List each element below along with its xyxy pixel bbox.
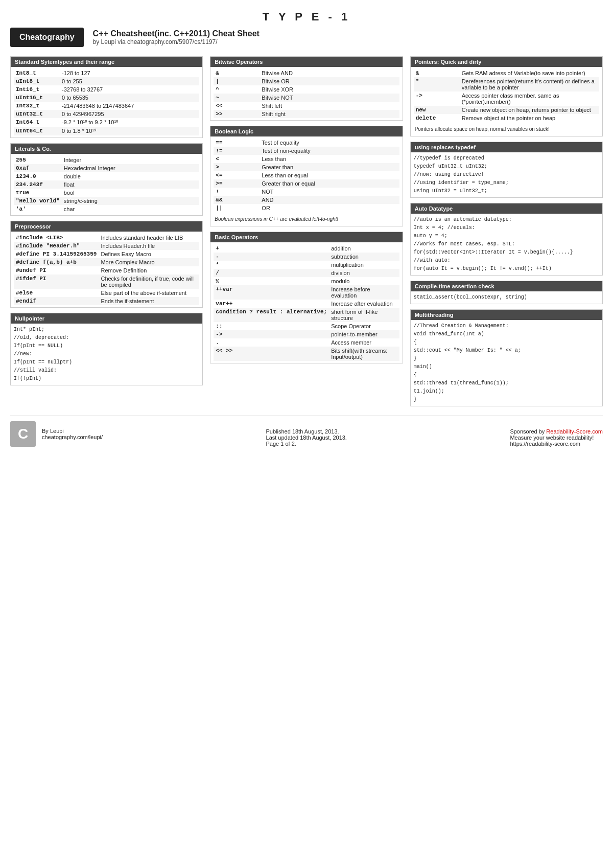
footer-updated: Last updated 18th August, 2013.: [266, 435, 347, 441]
table-cell-value: modulo: [329, 277, 399, 285]
table-cell-value: Bitwise NOT: [260, 94, 399, 102]
table-cell-key: Int32_t: [14, 102, 60, 110]
section-boolean-header: Boolean Logic: [210, 126, 402, 136]
table-cell-key: #endif: [14, 297, 99, 305]
table-cell-value: Access member: [329, 338, 399, 347]
table-cell-key: <<: [214, 102, 260, 110]
footer-mid: Published 18th August, 2013. Last update…: [266, 428, 347, 447]
table-cell-value: 0 to 65535: [60, 94, 199, 102]
table-cell-key: |: [214, 77, 260, 85]
section-boolean: Boolean Logic ==Test of equality!=Test o…: [210, 126, 403, 226]
footer-left: C By Leupi cheatography.com/leupi/: [10, 421, 103, 447]
section-bitwise-body: &Bitwise AND|Bitwise OR^Bitwise XOR~Bitw…: [210, 67, 402, 120]
section-pointers-header: Pointers: Quick and dirty: [411, 57, 602, 67]
table-cell-value: AND: [260, 196, 399, 204]
table-cell-key: 255: [14, 156, 62, 164]
table-cell-key: %: [214, 277, 329, 285]
table-cell-key: condition ? result : alternative;: [214, 308, 329, 322]
table-cell-value: Bits shift(with streams: Input/output): [329, 347, 399, 361]
section-auto-datatype-header: Auto Datatype: [411, 203, 602, 214]
section-nullpointer-body: Int* pInt; //old, deprecated: If(pInt ==…: [11, 324, 202, 385]
boolean-table: ==Test of equality!=Test of non-equality…: [214, 139, 399, 212]
table-cell-key: &: [214, 69, 260, 77]
section-basic-operators: Basic Operators +addition-subtraction*mu…: [210, 232, 403, 363]
table-cell-key: 'a': [14, 205, 62, 213]
pointers-table: &Gets RAM adress of Variable(to save int…: [414, 69, 599, 122]
table-cell-key: -: [214, 253, 329, 261]
table-cell-value: Bitwise OR: [260, 77, 399, 85]
table-cell-key: uInt32_t: [14, 110, 60, 118]
table-cell-value: Hexadecimal Integer: [62, 164, 200, 172]
section-compile-assertion-header: Compile-time assertion check: [411, 281, 602, 291]
section-multithreading: Multithreading //Thread Creation & Manag…: [410, 309, 603, 406]
table-cell-value: Gets RAM adress of Variable(to save into…: [460, 69, 599, 77]
table-cell-value: short form of If-like structure: [329, 308, 399, 322]
table-cell-key: ~: [214, 94, 260, 102]
table-cell-key: #define f(a,b) a+b: [14, 258, 99, 266]
main-columns: Standard Sytemtypes and their range Int8…: [10, 56, 603, 406]
table-cell-value: Dereferences pointer(returns it's conten…: [460, 77, 599, 92]
table-cell-key: ->: [214, 330, 329, 338]
section-using-typedef-body: //typedef is deprecated typedef uInt32_t…: [411, 152, 602, 197]
footer-c-icon: C: [10, 421, 36, 447]
table-cell-value: addition: [329, 244, 399, 253]
section-preprocessor-body: #include <LIB>Includes standard header f…: [11, 232, 202, 307]
table-cell-key: Int8_t: [14, 69, 60, 77]
table-cell-value: Remove object at the pointer on heap: [460, 114, 599, 122]
section-basic-operators-header: Basic Operators: [210, 232, 402, 242]
table-cell-value: 0 to 255: [60, 77, 199, 85]
table-cell-key: <: [214, 155, 260, 163]
pointers-note: Pointers allocate space on heap, normal …: [414, 124, 599, 134]
table-cell-key: ||: [214, 204, 260, 212]
section-pointers: Pointers: Quick and dirty &Gets RAM adre…: [410, 56, 603, 136]
table-cell-value: Bitwise XOR: [260, 85, 399, 94]
sheet-by: by Leupi via cheatography.com/5907/cs/11…: [93, 38, 260, 45]
table-cell-value: 0 to 4294967295: [60, 110, 199, 118]
table-cell-value: Shift right: [260, 110, 399, 118]
section-auto-datatype-body: //auto is an automatic datatype: Int x =…: [411, 214, 602, 275]
footer-sponsor-url: https://readability-score.com: [510, 441, 603, 447]
sheet-title: C++ Cheatsheet(inc. C++2011) Cheat Sheet: [93, 29, 260, 38]
table-cell-key: &&: [214, 196, 260, 204]
section-literals-body: 255Integer0xafHexadecimal Integer1234.0d…: [11, 154, 202, 215]
logo: Cheatography: [10, 28, 84, 47]
footer-sponsor-link[interactable]: Readability-Score.com: [546, 428, 603, 435]
table-cell-value: double: [62, 172, 200, 180]
section-auto-datatype: Auto Datatype //auto is an automatic dat…: [410, 203, 603, 276]
preprocessor-table: #include <LIB>Includes standard header f…: [14, 234, 199, 305]
footer-sponsor: Sponsored by Readability-Score.com: [510, 428, 603, 435]
table-cell-key: uInt8_t: [14, 77, 60, 85]
table-cell-key: !=: [214, 147, 260, 155]
section-bitwise-header: Bitwise Operators: [210, 57, 402, 67]
table-cell-value: Scope Operator: [329, 322, 399, 330]
section-basic-operators-body: +addition-subtraction*multiplication/div…: [210, 242, 402, 363]
table-cell-value: float: [62, 180, 200, 189]
table-cell-key: ^: [214, 85, 260, 94]
bitwise-table: &Bitwise AND|Bitwise OR^Bitwise XOR~Bitw…: [214, 69, 399, 118]
column-2: Bitwise Operators &Bitwise AND|Bitwise O…: [210, 56, 403, 363]
table-cell-value: Test of non-equality: [260, 147, 399, 155]
table-cell-key: *: [414, 77, 460, 92]
table-cell-value: 0 to 1.8 * 10¹⁹: [60, 127, 199, 135]
table-cell-value: Bitwise AND: [260, 69, 399, 77]
section-boolean-body: ==Test of equality!=Test of non-equality…: [210, 136, 402, 226]
table-cell-key: >>: [214, 110, 260, 118]
table-cell-key: Int64_t: [14, 118, 60, 127]
section-literals-header: Literals & Co.: [11, 144, 202, 154]
table-cell-key: +: [214, 244, 329, 253]
table-cell-key: <=: [214, 171, 260, 179]
section-using-typedef-header: using replaces typedef: [411, 142, 602, 152]
section-compile-assertion: Compile-time assertion check static_asse…: [410, 281, 603, 304]
section-literals: Literals & Co. 255Integer0xafHexadecimal…: [10, 143, 203, 216]
table-cell-key: ::: [214, 322, 329, 330]
column-1: Standard Sytemtypes and their range Int8…: [10, 56, 203, 385]
table-cell-key: var++: [214, 300, 329, 308]
table-cell-value: Less than: [260, 155, 399, 163]
table-cell-key: ==: [214, 139, 260, 147]
table-cell-value: Includes Header.h file: [99, 242, 199, 250]
table-cell-key: 0xaf: [14, 164, 62, 172]
table-cell-key: << >>: [214, 347, 329, 361]
table-cell-key: .: [214, 338, 329, 347]
table-cell-key: #include "Header.h": [14, 242, 99, 250]
standard-types-table: Int8_t-128 to 127uInt8_t0 to 255Int16_t-…: [14, 69, 199, 135]
